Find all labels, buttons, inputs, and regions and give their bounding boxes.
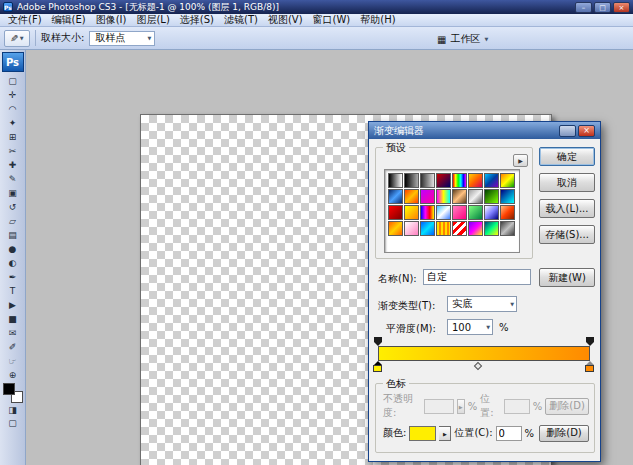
dialog-title-bar[interactable]: 渐变编辑器 × — [369, 122, 600, 139]
smoothness-combo[interactable]: 100 ▼ — [447, 319, 493, 335]
ps-logo: Ps — [2, 52, 24, 72]
gradient-midpoint[interactable] — [473, 362, 481, 370]
foreground-color-swatch[interactable] — [3, 383, 15, 395]
pen-tool[interactable]: ✒ — [2, 270, 24, 284]
menu-item[interactable]: 图像(I) — [91, 13, 132, 27]
gradient-preset-swatch[interactable] — [500, 173, 515, 188]
dodge-tool[interactable]: ◐ — [2, 256, 24, 270]
gradient-preset-swatch[interactable] — [420, 221, 435, 236]
lasso-tool[interactable]: ◠ — [2, 102, 24, 116]
tool-preset-picker[interactable]: ✎ ▼ — [4, 30, 30, 47]
close-button[interactable]: × — [613, 2, 630, 13]
magic-wand-tool[interactable]: ✦ — [2, 116, 24, 130]
gradient-preset-swatch[interactable] — [484, 221, 499, 236]
gradient-preset-swatch[interactable] — [452, 221, 467, 236]
gradient-preset-swatch[interactable] — [388, 221, 403, 236]
gradient-preview-bar[interactable] — [378, 346, 590, 361]
opacity-position-input[interactable] — [504, 399, 530, 414]
gradient-preset-swatch[interactable] — [452, 173, 467, 188]
gradient-preset-swatch[interactable] — [436, 189, 451, 204]
slice-tool[interactable]: ✂ — [2, 144, 24, 158]
gradient-tool[interactable]: ▤ — [2, 228, 24, 242]
gradient-preset-swatch[interactable] — [468, 189, 483, 204]
gradient-preset-swatch[interactable] — [404, 173, 419, 188]
eraser-tool[interactable]: ▱ — [2, 214, 24, 228]
workspace-button[interactable]: ▦ 工作区 ▼ — [433, 31, 492, 47]
dialog-close-button[interactable]: × — [578, 125, 595, 137]
crop-tool[interactable]: ⊞ — [2, 130, 24, 144]
rectangular-marquee-tool[interactable]: ▢ — [2, 74, 24, 88]
sample-size-dropdown[interactable]: 取样点 ▼ — [89, 31, 155, 46]
gradient-preset-swatch[interactable] — [452, 205, 467, 220]
color-stop[interactable] — [373, 361, 382, 372]
opacity-stop[interactable] — [586, 337, 594, 342]
gradient-preset-swatch[interactable] — [436, 173, 451, 188]
path-selection-tool[interactable]: ▶ — [2, 298, 24, 312]
presets-menu-button[interactable]: ▶ — [513, 154, 528, 167]
load-button[interactable]: 载入(L)... — [539, 199, 595, 218]
menu-item[interactable]: 选择(S) — [175, 13, 219, 27]
gradient-preset-swatch[interactable] — [420, 205, 435, 220]
maximize-button[interactable]: □ — [594, 2, 611, 13]
color-stop[interactable] — [585, 361, 594, 372]
zoom-tool[interactable]: ⊕ — [2, 368, 24, 382]
gradient-preset-swatch[interactable] — [484, 173, 499, 188]
gradient-preset-swatch[interactable] — [436, 221, 451, 236]
gradient-preset-swatch[interactable] — [468, 221, 483, 236]
opacity-input[interactable] — [424, 399, 454, 414]
menu-item[interactable]: 滤镜(T) — [219, 13, 263, 27]
gradient-preset-swatch[interactable] — [404, 205, 419, 220]
eyedropper-tool[interactable]: ✐ — [2, 340, 24, 354]
healing-brush-tool[interactable]: ✚ — [2, 158, 24, 172]
history-brush-tool[interactable]: ↺ — [2, 200, 24, 214]
color-menu-arrow-icon[interactable]: ▶ — [439, 426, 451, 441]
gradient-preset-swatch[interactable] — [404, 221, 419, 236]
gradient-preset-swatch[interactable] — [484, 189, 499, 204]
screen-mode-button[interactable]: ▢ — [3, 416, 23, 429]
delete-color-button[interactable]: 删除(D) — [539, 425, 589, 442]
minimize-button[interactable]: – — [575, 2, 592, 13]
move-tool[interactable]: ✛ — [2, 88, 24, 102]
gradient-preset-swatch[interactable] — [468, 205, 483, 220]
gradient-preset-swatch[interactable] — [468, 173, 483, 188]
shape-tool[interactable]: ■ — [2, 312, 24, 326]
quick-mask-button[interactable]: ◨ — [3, 403, 23, 416]
save-button[interactable]: 存储(S)... — [539, 225, 595, 244]
cancel-button[interactable]: 取消 — [539, 173, 595, 192]
menu-item[interactable]: 窗口(W) — [308, 13, 356, 27]
opacity-spinner-icon[interactable]: ▶ — [457, 399, 465, 414]
menu-item[interactable]: 编辑(E) — [47, 13, 91, 27]
menu-item[interactable]: 图层(L) — [131, 13, 174, 27]
gradient-preset-swatch[interactable] — [452, 189, 467, 204]
gradient-preset-swatch[interactable] — [420, 173, 435, 188]
gradient-preset-swatch[interactable] — [436, 205, 451, 220]
clone-stamp-tool[interactable]: ▣ — [2, 186, 24, 200]
dialog-minimize-button[interactable] — [559, 125, 576, 137]
opacity-position-percent: % — [533, 401, 543, 412]
menu-item[interactable]: 帮助(H) — [355, 13, 400, 27]
stop-color-swatch[interactable] — [409, 426, 436, 441]
gradient-preset-swatch[interactable] — [404, 189, 419, 204]
ok-button[interactable]: 确定 — [539, 147, 595, 166]
opacity-stop[interactable] — [374, 337, 382, 342]
menu-item[interactable]: 视图(V) — [263, 13, 308, 27]
new-button[interactable]: 新建(W) — [539, 268, 595, 287]
gradient-preset-swatch[interactable] — [388, 173, 403, 188]
gradient-preset-swatch[interactable] — [420, 189, 435, 204]
gradient-preset-swatch[interactable] — [484, 205, 499, 220]
notes-tool[interactable]: ✉ — [2, 326, 24, 340]
gradient-type-dropdown[interactable]: 实底 ▼ — [447, 296, 517, 312]
app-title-bar[interactable]: Ps Adobe Photoshop CS3 - [无标题-1 @ 100% (… — [0, 0, 633, 14]
gradient-preset-swatch[interactable] — [388, 189, 403, 204]
gradient-preset-swatch[interactable] — [500, 205, 515, 220]
gradient-preset-swatch[interactable] — [500, 189, 515, 204]
gradient-name-input[interactable] — [423, 269, 531, 285]
menu-item[interactable]: 文件(F) — [3, 13, 47, 27]
gradient-preset-swatch[interactable] — [500, 221, 515, 236]
type-tool[interactable]: T — [2, 284, 24, 298]
color-position-input[interactable] — [496, 426, 522, 441]
blur-tool[interactable]: ● — [2, 242, 24, 256]
gradient-preset-swatch[interactable] — [388, 205, 403, 220]
brush-tool[interactable]: ✎ — [2, 172, 24, 186]
hand-tool[interactable]: ☞ — [2, 354, 24, 368]
